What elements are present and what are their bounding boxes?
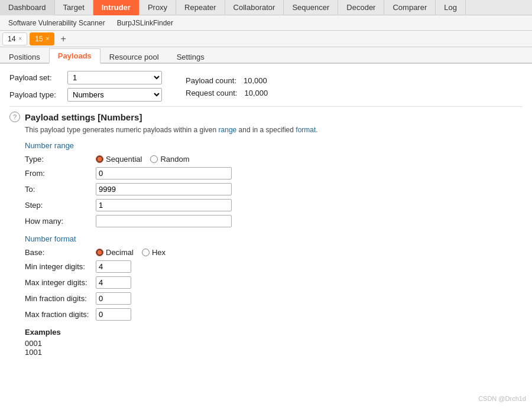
to-row: To:: [25, 183, 523, 195]
nav-tab-intruder[interactable]: Intruder: [93, 0, 140, 15]
examples-section: Examples 0001 1001: [25, 328, 523, 357]
request-count-label: Request count:: [186, 89, 237, 97]
add-tab-button[interactable]: +: [57, 34, 69, 44]
hex-radio-label[interactable]: Hex: [142, 248, 166, 257]
range-link[interactable]: range: [219, 126, 237, 134]
nav-tab-repeater[interactable]: Repeater: [176, 0, 225, 15]
payload-type-row: Payload type: Numbers Simple list Runtim…: [9, 88, 162, 102]
type-row: Type: Sequential Random: [25, 155, 523, 164]
main-content: Payload set: 1 2 Payload type: Numbers S…: [0, 64, 532, 408]
payload-set-row: Payload set: 1 2: [9, 71, 162, 84]
divider-1: [9, 106, 523, 107]
format-link[interactable]: format: [296, 126, 316, 134]
payload-meta-left: Payload set: 1 2 Payload type: Numbers S…: [9, 71, 162, 102]
payload-set-label: Payload set:: [9, 73, 63, 82]
payload-meta: Payload set: 1 2 Payload type: Numbers S…: [9, 71, 523, 102]
type-radio-group: Sequential Random: [96, 155, 190, 164]
intruder-tab-row: 14 × 15 × +: [0, 31, 532, 47]
examples-title: Examples: [25, 328, 523, 337]
min-frac-row: Min fraction digits:: [25, 292, 523, 305]
nav-tab-dashboard[interactable]: Dashboard: [0, 0, 55, 15]
to-label: To:: [25, 185, 96, 194]
step-input[interactable]: [96, 199, 232, 211]
settings-header: ? Payload settings [Numbers]: [9, 112, 523, 122]
payload-type-select[interactable]: Numbers Simple list Runtime file Custom …: [67, 88, 162, 102]
min-frac-label: Min fraction digits:: [25, 294, 96, 303]
howmany-label: How many:: [25, 217, 96, 226]
watermark: CSDN @Drch1d: [478, 395, 526, 402]
nav-tab-decoder[interactable]: Decoder: [338, 0, 384, 15]
step-row: Step:: [25, 199, 523, 211]
base-radio-group: Decimal Hex: [96, 248, 166, 257]
min-frac-input[interactable]: [96, 292, 131, 305]
payload-set-select[interactable]: 1 2: [67, 71, 162, 84]
howmany-row: How many:: [25, 215, 523, 227]
payload-count-row: Payload count: 10,000: [186, 76, 268, 85]
intruder-tab-14[interactable]: 14 ×: [2, 32, 27, 45]
nav-tab-sequencer[interactable]: Sequencer: [284, 0, 338, 15]
sub-tab-settings[interactable]: Settings: [168, 50, 213, 64]
step-label: Step:: [25, 201, 96, 210]
from-row: From:: [25, 167, 523, 179]
second-bar: Software Vulnerability Scanner BurpJSLin…: [0, 15, 532, 31]
min-int-row: Min integer digits:: [25, 260, 523, 273]
example-0001: 0001: [25, 339, 523, 348]
type-label: Type:: [25, 155, 96, 164]
nav-tab-log[interactable]: Log: [436, 0, 466, 15]
max-int-row: Max integer digits:: [25, 276, 523, 289]
sub-tab-resource-pool[interactable]: Resource pool: [100, 50, 168, 64]
top-nav: Dashboard Target Intruder Proxy Repeater…: [0, 0, 532, 15]
hex-label: Hex: [152, 248, 166, 257]
max-frac-row: Max fraction digits:: [25, 308, 523, 321]
max-frac-input[interactable]: [96, 308, 131, 321]
max-int-input[interactable]: [96, 276, 131, 289]
max-frac-label: Max fraction digits:: [25, 310, 96, 319]
settings-title: Payload settings [Numbers]: [25, 112, 142, 122]
help-icon[interactable]: ?: [9, 112, 20, 122]
from-label: From:: [25, 169, 96, 178]
sequential-radio[interactable]: [96, 155, 103, 163]
min-int-label: Min integer digits:: [25, 262, 96, 271]
number-format-section: Number format Base: Decimal Hex Min inte…: [25, 234, 523, 321]
second-bar-scanner[interactable]: Software Vulnerability Scanner: [2, 17, 111, 29]
sub-tab-payloads[interactable]: Payloads: [49, 48, 100, 64]
sequential-radio-label[interactable]: Sequential: [96, 155, 142, 164]
nav-tab-comparer[interactable]: Comparer: [384, 0, 436, 15]
number-range-title: Number range: [25, 141, 523, 150]
to-input[interactable]: [96, 183, 232, 195]
example-1001: 1001: [25, 348, 523, 357]
random-radio-label[interactable]: Random: [150, 155, 189, 164]
payload-count-value: 10,000: [244, 76, 267, 85]
request-count-value: 10,000: [244, 89, 268, 97]
settings-description: This payload type generates numeric payl…: [25, 126, 523, 134]
nav-tab-collaborator[interactable]: Collaborator: [225, 0, 284, 15]
request-count-row: Request count: 10,000: [186, 89, 268, 97]
close-tab-15-icon[interactable]: ×: [46, 35, 50, 42]
base-label: Base:: [25, 248, 96, 257]
payload-count-label: Payload count:: [186, 76, 236, 85]
decimal-radio-label[interactable]: Decimal: [96, 248, 134, 257]
min-int-input[interactable]: [96, 260, 131, 273]
nav-tab-proxy[interactable]: Proxy: [140, 0, 176, 15]
payload-meta-right: Payload count: 10,000 Request count: 10,…: [186, 76, 268, 97]
intruder-tab-15[interactable]: 15 ×: [30, 32, 54, 45]
sub-tab-positions[interactable]: Positions: [0, 50, 49, 64]
decimal-label: Decimal: [106, 248, 134, 257]
howmany-input[interactable]: [96, 215, 232, 227]
base-row: Base: Decimal Hex: [25, 248, 523, 257]
close-tab-14-icon[interactable]: ×: [18, 35, 22, 42]
nav-tab-target[interactable]: Target: [55, 0, 93, 15]
payload-type-label: Payload type:: [9, 90, 63, 99]
max-int-label: Max integer digits:: [25, 278, 96, 287]
second-bar-burpjslinkfinder[interactable]: BurpJSLinkFinder: [111, 17, 179, 29]
from-input[interactable]: [96, 167, 232, 179]
hex-radio[interactable]: [142, 249, 150, 256]
number-format-title: Number format: [25, 234, 523, 243]
number-range-section: Number range Type: Sequential Random Fro…: [25, 141, 523, 227]
sub-tabs: Positions Payloads Resource pool Setting…: [0, 47, 532, 64]
sequential-label: Sequential: [106, 155, 142, 164]
decimal-radio[interactable]: [96, 249, 103, 256]
random-label: Random: [160, 155, 189, 164]
random-radio[interactable]: [150, 155, 158, 163]
